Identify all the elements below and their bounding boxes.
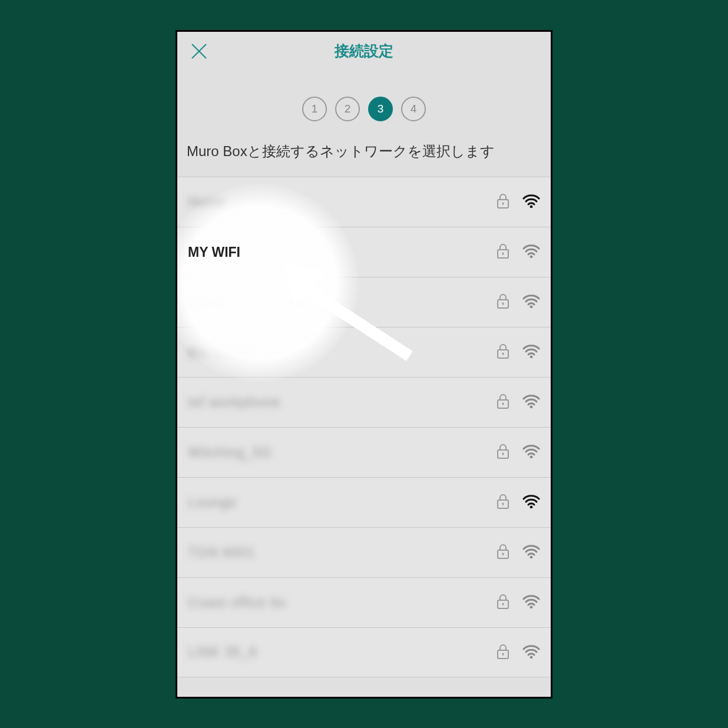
- network-name: Coast office bx: [188, 595, 497, 611]
- step-4[interactable]: 4: [401, 97, 426, 121]
- wifi-icon: [522, 544, 540, 561]
- row-icons: [497, 543, 540, 562]
- lock-icon: [497, 293, 509, 312]
- row-icons: [497, 393, 540, 412]
- lock-icon: [497, 493, 509, 512]
- close-icon[interactable]: [188, 40, 210, 62]
- wifi-icon: [522, 594, 540, 611]
- row-icons: [497, 343, 540, 362]
- network-name: net-2a-cafe-guest: [188, 294, 497, 310]
- network-row[interactable]: Lounge: [177, 477, 551, 527]
- lock-icon: [497, 593, 509, 612]
- lock-icon: [497, 243, 509, 262]
- network-row[interactable]: Coast office bx: [177, 577, 551, 627]
- header-bar: 接続設定: [177, 32, 551, 71]
- network-row[interactable]: tef workphone: [177, 377, 551, 427]
- lock-icon: [497, 193, 509, 211]
- network-row[interactable]: Home: [177, 177, 551, 227]
- wifi-icon: [522, 244, 540, 260]
- network-name: Blu Guest: [188, 345, 497, 360]
- network-row[interactable]: TGN 6001: [177, 527, 551, 577]
- row-icons: [497, 643, 540, 662]
- wifi-icon: [522, 294, 540, 310]
- wifi-icon: [522, 494, 540, 511]
- row-icons: [497, 243, 540, 262]
- wifi-icon: [522, 344, 540, 360]
- row-icons: [497, 493, 540, 512]
- network-name: LINK 35_6: [188, 644, 497, 660]
- lock-icon: [497, 343, 509, 362]
- network-name: Home: [188, 194, 497, 210]
- network-name: Lounge: [188, 495, 497, 511]
- lock-icon: [497, 643, 509, 662]
- step-indicator: 1 2 3 4: [177, 71, 551, 141]
- network-row[interactable]: net-2a-cafe-guest: [177, 277, 551, 327]
- page-title: 接続設定: [335, 41, 393, 61]
- network-name: MY WIFI: [188, 244, 497, 260]
- row-icons: [497, 593, 540, 612]
- network-list: HomeMY WIFInet-2a-cafe-guestBlu Guesttef…: [177, 177, 551, 677]
- wifi-icon: [522, 644, 540, 661]
- step-3[interactable]: 3: [368, 97, 393, 121]
- phone-frame: 接続設定 1 2 3 4 Muro Boxと接続するネットワークを選択します H…: [176, 30, 552, 699]
- row-icons: [497, 293, 540, 312]
- row-icons: [497, 443, 540, 462]
- network-row[interactable]: MY WIFI: [177, 227, 551, 277]
- network-row[interactable]: Witching_5G: [177, 427, 551, 477]
- network-name: TGN 6001: [188, 545, 497, 561]
- step-1[interactable]: 1: [302, 97, 327, 121]
- instruction-text: Muro Boxと接続するネットワークを選択します: [177, 141, 551, 177]
- network-name: tef workphone: [188, 395, 497, 411]
- wifi-icon: [522, 444, 540, 461]
- network-name: Witching_5G: [188, 445, 497, 461]
- wifi-icon: [522, 194, 540, 210]
- lock-icon: [497, 393, 509, 412]
- row-icons: [497, 193, 540, 211]
- lock-icon: [497, 443, 509, 462]
- step-2[interactable]: 2: [335, 97, 360, 121]
- lock-icon: [497, 543, 509, 562]
- network-row[interactable]: Blu Guest: [177, 327, 551, 377]
- network-row[interactable]: LINK 35_6: [177, 627, 551, 677]
- wifi-icon: [522, 394, 540, 411]
